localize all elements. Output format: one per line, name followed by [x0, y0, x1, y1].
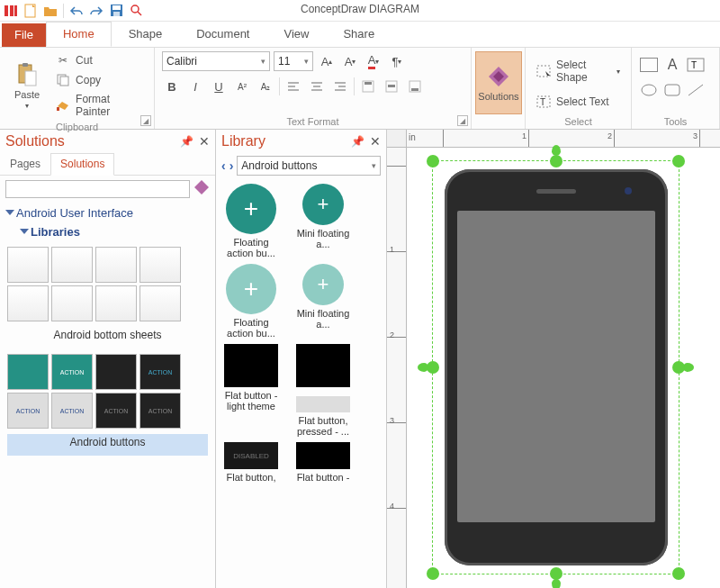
phone-shape[interactable] — [445, 169, 668, 565]
clipboard-launcher[interactable]: ◢ — [140, 115, 151, 126]
open-icon[interactable] — [43, 4, 58, 18]
thumb[interactable]: ACTION — [51, 393, 93, 429]
resize-handle-ne[interactable] — [672, 155, 685, 167]
group-solutions: Solutions — [472, 48, 526, 129]
align-left-button[interactable] — [284, 77, 303, 96]
solutions-icon[interactable] — [194, 179, 210, 198]
resize-handle-nw[interactable] — [427, 155, 439, 167]
rotate-handle-bottom[interactable] — [552, 579, 561, 588]
shape-textbox-icon[interactable]: T — [686, 55, 706, 75]
lib1-label[interactable]: Android bottom sheets — [7, 327, 208, 348]
new-icon[interactable] — [23, 4, 38, 18]
subscript-button[interactable]: A₂ — [256, 77, 275, 96]
pin-icon[interactable]: 📌 — [351, 135, 364, 148]
lib2-label[interactable]: Android buttons — [7, 434, 208, 456]
svg-marker-33 — [545, 71, 550, 76]
thumb[interactable]: ACTION — [51, 354, 93, 390]
tab-solutions[interactable]: Solutions — [50, 153, 114, 176]
paragraph-button[interactable]: ¶▾ — [387, 51, 407, 71]
lib-item-fab[interactable]: +Floating action bu... — [220, 184, 283, 258]
underline-button[interactable]: U — [209, 77, 229, 96]
thumb[interactable] — [140, 247, 181, 283]
align-right-button[interactable] — [330, 77, 350, 96]
italic-button[interactable]: I — [185, 77, 205, 96]
redo-icon[interactable] — [89, 4, 104, 18]
shape-text-icon[interactable]: A — [662, 55, 682, 75]
shape-ellipse-icon[interactable] — [639, 80, 659, 100]
tab-document[interactable]: Document — [179, 22, 266, 47]
tab-shape[interactable]: Shape — [112, 22, 180, 47]
shape-roundrect-icon[interactable] — [662, 80, 682, 100]
thumb[interactable]: ACTION — [95, 393, 137, 429]
undo-icon[interactable] — [69, 4, 84, 18]
lib-item-mini-fab[interactable]: +Mini floating a... — [292, 184, 355, 258]
tree-libraries[interactable]: Libraries — [7, 222, 208, 241]
thumb[interactable] — [140, 285, 181, 321]
library-combo[interactable]: Android buttons▾ — [237, 156, 381, 176]
resize-handle-sw[interactable] — [427, 567, 439, 580]
tab-view[interactable]: View — [266, 22, 326, 47]
group-label-clipboard: Clipboard — [7, 120, 147, 132]
text-launcher[interactable]: ◢ — [457, 115, 468, 126]
svg-rect-10 — [22, 63, 28, 67]
lib-item-flat-pressed[interactable]: Flat button, pressed - ... — [292, 344, 355, 437]
cut-button[interactable]: ✂Cut — [52, 51, 147, 69]
font-color-button[interactable]: A▾ — [364, 51, 383, 71]
tree-android-ui[interactable]: Android User Interface — [7, 204, 208, 222]
save-icon[interactable] — [109, 4, 123, 18]
tab-share[interactable]: Share — [326, 22, 392, 47]
thumb[interactable] — [95, 285, 137, 321]
find-icon[interactable] — [129, 4, 143, 18]
resize-handle-w[interactable] — [427, 361, 439, 374]
format-painter-button[interactable]: Format Painter — [52, 91, 147, 120]
valign-middle-button[interactable] — [382, 77, 401, 96]
thumb[interactable]: ACTION — [140, 354, 181, 390]
thumb[interactable] — [51, 247, 93, 283]
valign-top-button[interactable] — [358, 77, 378, 96]
thumb[interactable]: ACTION — [7, 393, 49, 429]
tab-file[interactable]: File — [2, 23, 46, 47]
shape-rect-icon[interactable] — [639, 55, 659, 75]
tab-home[interactable]: Home — [46, 22, 112, 47]
search-input[interactable] — [5, 180, 190, 198]
select-shape-button[interactable]: Select Shape▾ — [533, 57, 624, 86]
lib-item-flat2[interactable]: DISABLEDFlat button, — [220, 442, 283, 483]
resize-handle-n[interactable] — [550, 155, 562, 167]
font-combo[interactable]: Calibri▾ — [162, 51, 270, 71]
close-icon[interactable]: ✕ — [370, 134, 381, 149]
tab-pages[interactable]: Pages — [0, 153, 50, 175]
copy-button[interactable]: Copy — [52, 71, 147, 89]
canvas[interactable] — [407, 148, 720, 588]
lib-item-mini-fab-light[interactable]: +Mini floating a... — [292, 264, 355, 339]
lib-item-flat[interactable]: Flat button - light theme — [220, 344, 283, 437]
thumb[interactable] — [51, 285, 93, 321]
lib-item-flat3[interactable]: Flat button - — [292, 442, 355, 483]
lib-item-fab-light[interactable]: +Floating action bu... — [220, 264, 283, 339]
thumb[interactable] — [7, 354, 49, 390]
resize-handle-s[interactable] — [550, 567, 562, 580]
font-size-combo[interactable]: 11▾ — [274, 51, 313, 71]
grow-font-button[interactable]: A▴ — [317, 51, 337, 71]
next-icon[interactable]: › — [230, 158, 234, 173]
shrink-font-button[interactable]: A▾ — [340, 51, 360, 71]
library-body[interactable]: +Floating action bu... +Mini floating a.… — [216, 178, 386, 588]
pin-icon[interactable]: 📌 — [180, 135, 194, 148]
bold-button[interactable]: B — [162, 77, 182, 96]
valign-bottom-button[interactable] — [405, 77, 425, 96]
thumb[interactable] — [95, 354, 137, 390]
paste-button[interactable]: Paste ▾ — [7, 51, 47, 120]
thumb[interactable]: ACTION — [140, 393, 181, 429]
shape-line-icon[interactable] — [686, 80, 706, 100]
close-icon[interactable]: ✕ — [199, 134, 210, 149]
superscript-button[interactable]: A² — [232, 77, 252, 96]
thumb[interactable] — [7, 285, 49, 321]
thumb[interactable] — [95, 247, 137, 283]
select-text-button[interactable]: TSelect Text — [533, 93, 624, 111]
prev-icon[interactable]: ‹ — [221, 158, 226, 173]
thumb[interactable] — [7, 247, 49, 283]
svg-rect-11 — [25, 71, 36, 86]
resize-handle-e[interactable] — [672, 361, 685, 374]
solutions-button[interactable]: Solutions — [475, 51, 522, 114]
align-center-button[interactable] — [307, 77, 327, 96]
resize-handle-se[interactable] — [672, 567, 685, 580]
